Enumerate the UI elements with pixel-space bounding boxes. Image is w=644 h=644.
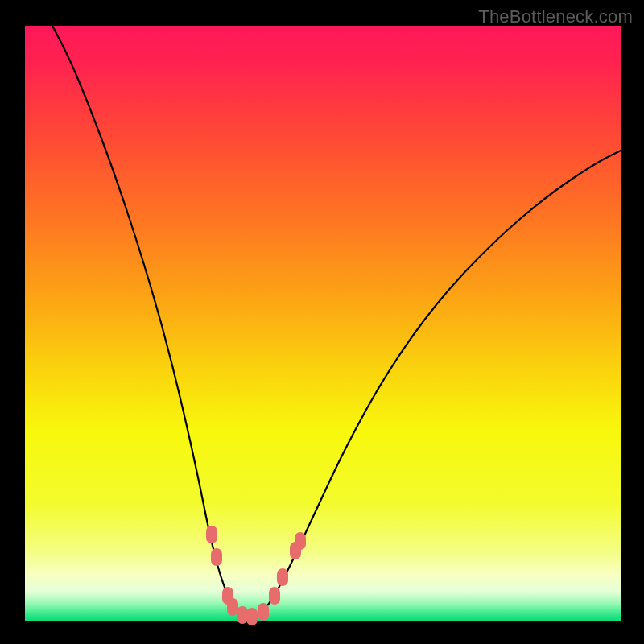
curve-marker bbox=[295, 532, 306, 550]
curve-marker bbox=[246, 608, 258, 625]
chart-root: TheBottleneck.com bbox=[0, 0, 644, 644]
watermark-text: TheBottleneck.com bbox=[478, 6, 633, 27]
curve-marker bbox=[237, 606, 248, 624]
curve-marker bbox=[277, 568, 288, 586]
curve-marker bbox=[206, 526, 217, 543]
curve-marker bbox=[258, 603, 269, 621]
curve-marker bbox=[211, 548, 222, 566]
plot-background bbox=[25, 26, 621, 621]
chart-canvas bbox=[0, 0, 644, 644]
curve-marker bbox=[269, 587, 280, 605]
curve-marker bbox=[227, 598, 238, 616]
